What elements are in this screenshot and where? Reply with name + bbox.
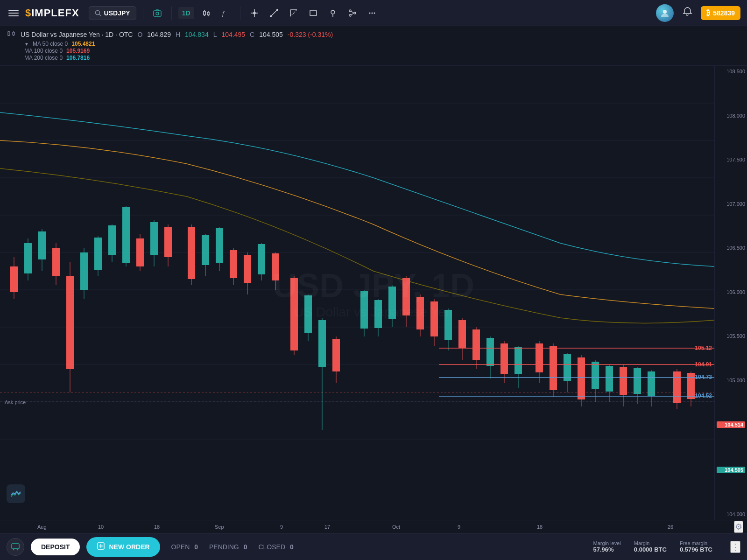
bottom-bar: DEPOSIT NEW ORDER OPEN 0 PENDING 0 CLOSE… (0, 533, 747, 560)
time-oct18: 18 (537, 524, 543, 530)
nav-right: ₿ 582839 (656, 4, 740, 22)
chart-symbol-icon (7, 30, 15, 39)
svg-point-28 (369, 12, 370, 14)
mini-indicator-btn[interactable] (7, 484, 25, 503)
chart-settings-btn[interactable]: ⚙ (734, 521, 743, 533)
ma50-val: 105.4821 (71, 41, 95, 47)
open-orders-tab[interactable]: OPEN 0 (171, 543, 198, 551)
ohlc-close-label: C (250, 31, 254, 38)
ma200-val: 106.7816 (66, 55, 90, 61)
svg-rect-20 (310, 11, 317, 15)
chart-canvas[interactable] (0, 66, 714, 520)
ma50-toggle[interactable]: ▼ (24, 42, 29, 47)
margin-level-item: Margin level 57.96% (593, 540, 621, 553)
timeframe-1d-btn[interactable]: 1D (178, 7, 194, 19)
deposit-btn[interactable]: DEPOSIT (31, 539, 80, 555)
svg-rect-134 (634, 368, 641, 394)
btc-badge[interactable]: ₿ 582839 (701, 6, 740, 20)
svg-point-24 (354, 12, 356, 14)
pin-btn[interactable] (325, 6, 340, 21)
chart-title: US Dollar vs Japanese Yen · 1D · OTC (21, 31, 133, 38)
svg-point-25 (349, 14, 351, 16)
svg-rect-2 (154, 11, 161, 16)
price-107000: 107.000 (717, 201, 745, 207)
divider-3 (240, 7, 240, 20)
price-106500: 106.500 (717, 245, 745, 251)
search-icon (95, 10, 101, 16)
svg-rect-94 (332, 339, 340, 371)
svg-point-21 (331, 10, 335, 14)
svg-rect-92 (318, 320, 326, 367)
closed-orders-tab[interactable]: CLOSED 0 (258, 543, 293, 551)
ma100-row: MA 100 close 0 105.9169 (24, 48, 732, 54)
svg-point-23 (349, 10, 351, 12)
svg-rect-130 (606, 366, 613, 392)
open-count: 0 (194, 543, 198, 551)
closed-count: 0 (290, 543, 294, 551)
notification-btn[interactable] (680, 5, 694, 21)
free-margin-label: Free margin (680, 540, 707, 546)
svg-rect-64 (108, 225, 116, 255)
svg-rect-122 (550, 346, 557, 390)
svg-rect-146 (12, 544, 19, 549)
svg-rect-100 (388, 287, 396, 319)
ohlc-low-val: 104.495 (221, 31, 245, 38)
ohlc-high-label: H (176, 31, 180, 38)
avatar[interactable] (656, 4, 674, 22)
svg-rect-86 (272, 253, 279, 280)
symbol-selector[interactable]: USDJPY (89, 6, 136, 20)
ma50-label: MA 50 close 0 (33, 41, 68, 47)
time-axis: Aug 10 18 Sep 9 17 Oct 9 18 26 ⚙ (0, 520, 747, 533)
more-options-btn[interactable]: ⋮ (730, 541, 740, 553)
ohlc-close-val: 104.505 (259, 31, 283, 38)
svg-rect-128 (592, 362, 599, 389)
price-current-bid: 104.514 (717, 421, 745, 428)
svg-rect-82 (244, 255, 251, 283)
margin-item: Margin 0.0000 BTC (634, 540, 667, 553)
indicator-btn[interactable]: f (218, 6, 233, 21)
chat-btn[interactable] (7, 538, 24, 556)
new-order-btn[interactable]: NEW ORDER (86, 537, 160, 557)
svg-rect-68 (136, 238, 144, 266)
svg-rect-102 (402, 278, 410, 315)
camera-btn[interactable] (150, 6, 165, 21)
candle-type-btn[interactable] (199, 6, 214, 21)
ma200-label: MA 200 close 0 (24, 55, 63, 61)
svg-rect-112 (472, 329, 480, 360)
svg-point-29 (371, 12, 373, 14)
svg-rect-96 (360, 291, 368, 329)
svg-rect-74 (188, 227, 195, 279)
time-17: 17 (324, 524, 330, 530)
price-107500: 107.500 (717, 157, 745, 162)
crosshair-btn[interactable] (247, 6, 262, 21)
svg-point-16 (276, 9, 278, 11)
svg-rect-32 (8, 32, 10, 35)
margin-val: 0.0000 BTC (634, 546, 667, 553)
closed-label: CLOSED (258, 543, 285, 551)
svg-rect-66 (122, 207, 130, 263)
new-order-label: NEW ORDER (109, 543, 149, 551)
price-105500: 105.500 (717, 333, 745, 339)
svg-rect-108 (444, 310, 452, 340)
ohlc-low-label: L (213, 31, 217, 38)
more-tools-btn[interactable] (365, 6, 380, 21)
price-scale: 108.500 108.000 107.500 107.000 106.500 … (714, 66, 747, 520)
menu-icon[interactable] (7, 8, 21, 18)
network-btn[interactable] (345, 6, 360, 21)
price-108000: 108.000 (717, 113, 745, 119)
pending-label: PENDING (209, 543, 239, 551)
rectangle-btn[interactable] (306, 6, 321, 21)
divider-2 (171, 7, 172, 20)
svg-rect-106 (430, 301, 438, 336)
svg-rect-104 (416, 297, 424, 329)
symbol-label: USDJPY (104, 9, 130, 17)
ohlc-change: -0.323 (-0.31%) (288, 31, 333, 38)
svg-rect-140 (687, 373, 695, 399)
svg-rect-35 (13, 32, 14, 35)
svg-rect-90 (304, 295, 312, 333)
pending-orders-tab[interactable]: PENDING 0 (209, 543, 247, 551)
trendline-btn[interactable] (267, 6, 282, 21)
open-label: OPEN (171, 543, 190, 551)
measure-btn[interactable] (286, 6, 301, 21)
svg-rect-62 (94, 238, 102, 270)
